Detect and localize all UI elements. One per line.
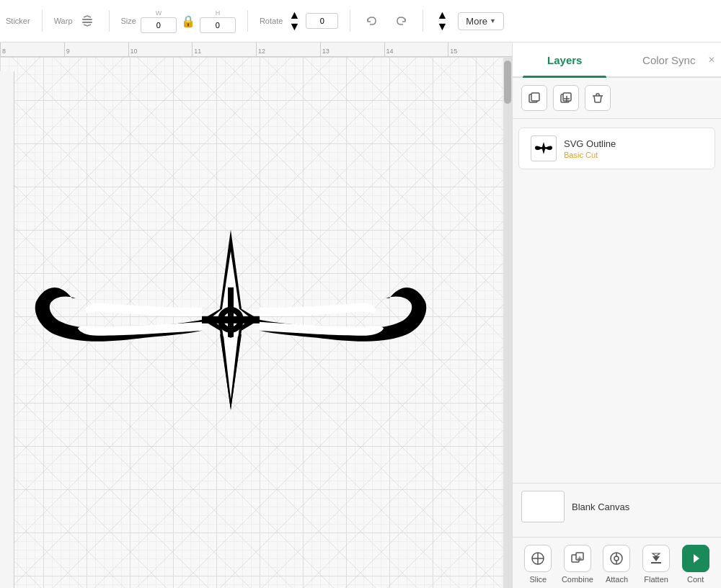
size-spinner: ▲ ▼ (435, 10, 449, 32)
main-layout: 8 9 10 11 12 13 14 15 (0, 43, 721, 588)
layer-type: Basic Cut (564, 151, 703, 159)
ruler-tick-14: 14 (384, 43, 448, 56)
warp-icon-btn[interactable] (77, 11, 97, 31)
layer-thumbnail (531, 135, 557, 161)
cont-label: Cont (687, 575, 704, 584)
rotate-down-btn[interactable]: ▼ (287, 22, 301, 32)
attach-label: Attach (606, 575, 628, 584)
size-up-btn[interactable]: ▲ (435, 10, 449, 20)
more-button[interactable]: More ▼ (458, 12, 504, 30)
ruler-tick-15: 15 (448, 43, 512, 56)
svg-rect-1 (82, 22, 92, 23)
right-panel: Layers Color Sync ✕ (512, 43, 721, 588)
undo-btn[interactable] (362, 11, 382, 31)
slice-label: Slice (529, 575, 547, 584)
width-label: W (156, 9, 162, 17)
svg-point-22 (614, 556, 619, 561)
flatten-btn[interactable]: Flatten (638, 545, 674, 584)
svg-design[interactable] (29, 186, 433, 434)
flatten-label: Flatten (644, 575, 668, 584)
cont-btn[interactable]: Cont (678, 545, 714, 584)
ruler-tick-12: 12 (256, 43, 320, 56)
add-layer-btn[interactable] (553, 85, 579, 111)
width-input[interactable] (141, 17, 177, 33)
ruler-tick-9: 9 (64, 43, 128, 56)
ruler-tick-8: 8 (0, 43, 64, 56)
layers-list: SVG Outline Basic Cut (513, 119, 721, 483)
attach-icon (603, 545, 630, 572)
size-label: Size (121, 17, 136, 25)
combine-btn[interactable]: Combine (559, 545, 596, 584)
canvas-label: Blank Canvas (572, 502, 629, 512)
svg-rect-9 (531, 93, 539, 101)
divider-2 (109, 10, 110, 32)
layer-info: SVG Outline Basic Cut (564, 138, 703, 159)
canvas-thumbnail (521, 491, 565, 522)
divider-1 (42, 10, 43, 32)
slice-btn[interactable]: Slice (520, 545, 556, 584)
toolbar: Sticker Warp Size W 🔒 H (0, 0, 721, 43)
size-down-btn[interactable]: ▼ (435, 22, 449, 32)
colorsync-close-icon[interactable]: ✕ (708, 55, 715, 65)
height-field: H (200, 9, 236, 33)
delete-layer-btn[interactable] (585, 85, 611, 111)
more-arrow-icon: ▼ (490, 17, 496, 24)
tab-layers-label: Layers (547, 54, 582, 66)
layer-name: SVG Outline (564, 138, 703, 149)
rotate-group: Rotate ▲ ▼ (260, 10, 338, 32)
scrollbar-thumb[interactable] (504, 61, 511, 104)
rotate-input[interactable] (306, 13, 338, 29)
ruler-tick-10: 10 (128, 43, 193, 56)
panel-tabs: Layers Color Sync ✕ (513, 43, 721, 78)
scrollbar-right[interactable] (503, 57, 512, 588)
warp-label: Warp (54, 17, 73, 25)
panel-toolbar (513, 78, 721, 119)
warp-group: Warp (54, 11, 97, 31)
ruler-tick-11: 11 (192, 43, 256, 56)
width-field: W (141, 9, 177, 33)
rotate-spinner: ▲ ▼ (287, 10, 301, 32)
tab-layers[interactable]: Layers (513, 43, 617, 76)
redo-btn[interactable] (391, 11, 411, 31)
rotate-label: Rotate (260, 17, 283, 25)
combine-label: Combine (562, 575, 593, 584)
slice-icon (524, 545, 552, 572)
cont-icon (682, 545, 709, 572)
canvas-preview-row: Blank Canvas (521, 491, 712, 522)
divider-4 (350, 10, 350, 32)
combine-icon (564, 545, 591, 572)
svg-rect-0 (82, 19, 92, 20)
height-label: H (216, 9, 221, 17)
tab-colorsync-label: Color Sync (642, 54, 695, 66)
tab-colorsync[interactable]: Color Sync ✕ (617, 43, 722, 76)
canvas-content[interactable] (0, 57, 512, 588)
ruler-top: 8 9 10 11 12 13 14 15 (0, 43, 512, 57)
divider-5 (423, 10, 423, 32)
duplicate-layer-btn[interactable] (521, 85, 547, 111)
lock-btn[interactable]: 🔒 (181, 14, 195, 28)
ruler-numbers: 8 9 10 11 12 13 14 15 (0, 43, 512, 56)
sticker-group: Sticker (6, 17, 30, 25)
attach-btn[interactable]: Attach (598, 545, 634, 584)
layer-item-svg-outline[interactable]: SVG Outline Basic Cut (518, 128, 715, 169)
flatten-icon (642, 545, 670, 572)
bottom-actions: Slice Combine (513, 537, 721, 588)
height-input[interactable] (200, 17, 236, 33)
rotate-up-btn[interactable]: ▲ (287, 10, 301, 20)
bottom-canvas-panel: Blank Canvas (513, 483, 721, 537)
canvas-area[interactable]: 8 9 10 11 12 13 14 15 (0, 43, 512, 588)
more-label: More (466, 16, 487, 27)
divider-3 (247, 10, 248, 32)
size-group: Size W 🔒 H (121, 9, 236, 33)
ruler-tick-13: 13 (320, 43, 384, 56)
ruler-left (0, 71, 14, 588)
sticker-label: Sticker (6, 17, 30, 25)
